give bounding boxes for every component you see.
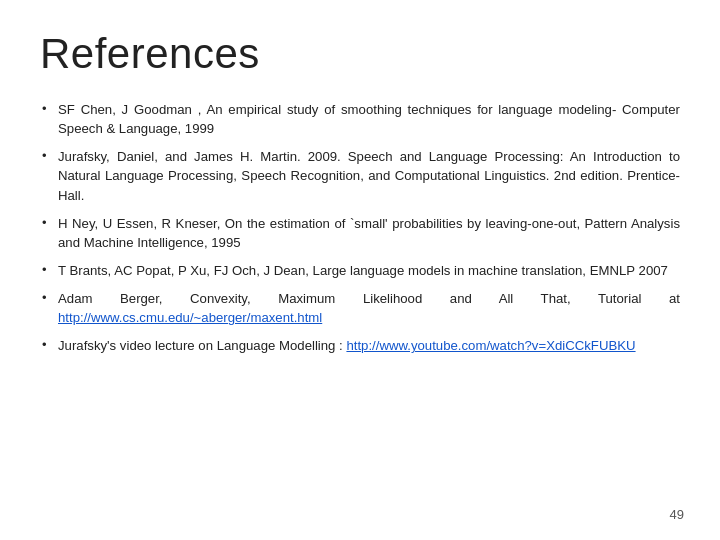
reference-link[interactable]: http://www.cs.cmu.edu/~aberger/maxent.ht… xyxy=(58,310,322,325)
references-list: SF Chen, J Goodman , An empirical study … xyxy=(40,100,680,356)
reference-text-before: Adam Berger, Convexity, Maximum Likeliho… xyxy=(58,291,680,306)
reference-text: SF Chen, J Goodman , An empirical study … xyxy=(58,102,680,136)
list-item: H Ney, U Essen, R Kneser, On the estimat… xyxy=(40,214,680,252)
list-item: SF Chen, J Goodman , An empirical study … xyxy=(40,100,680,138)
reference-text: H Ney, U Essen, R Kneser, On the estimat… xyxy=(58,216,680,250)
reference-text: T Brants, AC Popat, P Xu, FJ Och, J Dean… xyxy=(58,263,668,278)
reference-text-before: Jurafsky's video lecture on Language Mod… xyxy=(58,338,346,353)
reference-link[interactable]: http://www.youtube.com/watch?v=XdiCCkFUB… xyxy=(346,338,635,353)
slide: References SF Chen, J Goodman , An empir… xyxy=(0,0,720,540)
list-item: T Brants, AC Popat, P Xu, FJ Och, J Dean… xyxy=(40,261,680,280)
list-item: Jurafsky's video lecture on Language Mod… xyxy=(40,336,680,355)
page-number: 49 xyxy=(670,507,684,522)
list-item: Jurafsky, Daniel, and James H. Martin. 2… xyxy=(40,147,680,204)
reference-text: Jurafsky, Daniel, and James H. Martin. 2… xyxy=(58,149,680,202)
page-title: References xyxy=(40,30,680,78)
list-item: Adam Berger, Convexity, Maximum Likeliho… xyxy=(40,289,680,327)
